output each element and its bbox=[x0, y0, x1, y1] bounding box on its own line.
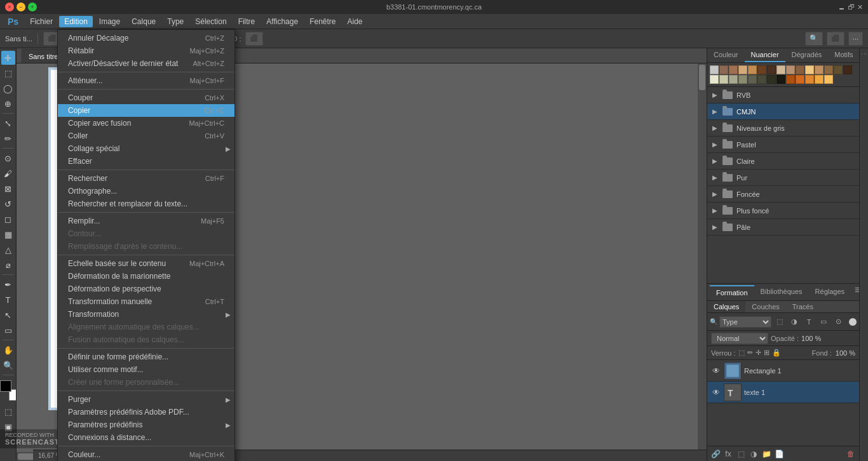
move-tool[interactable]: ✛ bbox=[1, 51, 15, 65]
swatch-28[interactable] bbox=[824, 75, 833, 84]
tab-nuancier[interactable]: Nuancier bbox=[745, 48, 785, 62]
layer-effects-button[interactable]: fx bbox=[722, 448, 734, 460]
hand-tool[interactable]: ✋ bbox=[1, 343, 15, 357]
workspaces-button[interactable]: ⬛ bbox=[827, 32, 844, 46]
menu-purger[interactable]: Purger ▶ bbox=[58, 393, 234, 406]
swatch-1[interactable] bbox=[710, 65, 719, 74]
lasso-tool[interactable]: ◯ bbox=[1, 81, 15, 95]
menu-fichier[interactable]: Fichier bbox=[25, 16, 58, 27]
swatch-22[interactable] bbox=[767, 75, 776, 84]
swatch-4[interactable] bbox=[738, 65, 747, 74]
layer-rectangle1[interactable]: 👁 Rectangle 1 bbox=[707, 360, 859, 382]
tab-degrades[interactable]: Dégradés bbox=[785, 48, 829, 62]
path-select-tool[interactable]: ↖ bbox=[1, 308, 15, 322]
lock-icon-all[interactable]: 🔒 bbox=[772, 349, 781, 357]
close-icon-right[interactable]: ✕ bbox=[857, 3, 863, 11]
group-foncee[interactable]: ▶ Foncée bbox=[707, 186, 859, 203]
menu-image[interactable]: Image bbox=[94, 16, 125, 27]
menu-calque[interactable]: Calque bbox=[126, 16, 161, 27]
menu-copier-fusion[interactable]: Copier avec fusion Maj+Ctrl+C bbox=[58, 117, 234, 130]
swatch-26[interactable] bbox=[805, 75, 814, 84]
menu-filtre[interactable]: Filtre bbox=[233, 16, 261, 27]
menu-annuler[interactable]: Annuler Décalage Ctrl+Z bbox=[58, 32, 234, 44]
menu-affichage[interactable]: Affichage bbox=[261, 16, 303, 27]
menu-utiliser-motif[interactable]: Utiliser comme motif... bbox=[58, 363, 234, 376]
layer-texte1[interactable]: 👁 T texte 1 bbox=[707, 382, 859, 403]
layer-tool-circle[interactable] bbox=[849, 318, 857, 326]
menu-effacer[interactable]: Effacer bbox=[58, 155, 234, 168]
delete-layer-button[interactable]: 🗑 bbox=[845, 448, 857, 460]
group-pur[interactable]: ▶ Pur bbox=[707, 170, 859, 186]
menu-deformation-marionnette[interactable]: Déformation de la marionnette bbox=[58, 270, 234, 283]
sub-tab-traces[interactable]: Tracés bbox=[786, 301, 820, 312]
gradient-tool[interactable]: ▦ bbox=[1, 227, 15, 241]
search-button[interactable]: 🔍 bbox=[805, 32, 823, 46]
group-pale[interactable]: ▶ Pâle bbox=[707, 219, 859, 236]
menu-selection[interactable]: Sélection bbox=[190, 16, 231, 27]
layer-tool-shape[interactable]: ▭ bbox=[817, 316, 830, 328]
menu-coller[interactable]: Coller Ctrl+V bbox=[58, 130, 234, 142]
menu-remplir[interactable]: Remplir... Maj+F5 bbox=[58, 215, 234, 227]
swatch-9[interactable] bbox=[786, 65, 795, 74]
crop-tool[interactable]: ⤡ bbox=[1, 116, 15, 130]
tab-bibliotheques[interactable]: Bibliothèques bbox=[754, 285, 809, 300]
swatch-19[interactable] bbox=[738, 75, 747, 84]
layer-type-select[interactable]: Type bbox=[719, 316, 771, 328]
swatch-21[interactable] bbox=[757, 75, 766, 84]
sub-tab-couches[interactable]: Couches bbox=[745, 301, 785, 312]
menu-edition[interactable]: Edition bbox=[59, 16, 93, 27]
magic-wand-tool[interactable]: ⊕ bbox=[1, 97, 15, 110]
menu-attenuer[interactable]: Atténuer... Maj+Ctrl+F bbox=[58, 74, 234, 87]
menu-deformation-perspective[interactable]: Déformation de perspective bbox=[58, 283, 234, 295]
eyedropper-tool[interactable]: ✏ bbox=[1, 131, 15, 145]
menu-connexions[interactable]: Connexions à distance... bbox=[58, 431, 234, 444]
layer-tool-pixel[interactable]: ⬚ bbox=[773, 316, 786, 328]
add-mask-button[interactable]: ⬚ bbox=[735, 448, 747, 460]
link-layers-button[interactable]: 🔗 bbox=[710, 448, 721, 460]
shape-tool[interactable]: ▭ bbox=[1, 323, 15, 337]
pen-tool[interactable]: ✒ bbox=[1, 277, 15, 291]
menu-collage-special[interactable]: Collage spécial ▶ bbox=[58, 142, 234, 155]
swatch-20[interactable] bbox=[748, 75, 757, 84]
tab-formation[interactable]: Formation bbox=[710, 285, 754, 300]
dodge-tool[interactable]: ⌀ bbox=[1, 258, 15, 272]
menu-aide[interactable]: Aide bbox=[342, 16, 367, 27]
quick-mask-tool[interactable]: ⬚ bbox=[1, 404, 15, 418]
spot-heal-tool[interactable]: ⊙ bbox=[1, 151, 15, 165]
menu-rechercher[interactable]: Rechercher Ctrl+F bbox=[58, 172, 234, 185]
swatch-24[interactable] bbox=[786, 75, 795, 84]
vertical-scrollbar[interactable] bbox=[698, 63, 707, 452]
group-pastel[interactable]: ▶ Pastel bbox=[707, 137, 859, 153]
text-tool[interactable]: T bbox=[1, 293, 15, 307]
blend-mode-select[interactable]: Normal bbox=[711, 333, 768, 344]
brush-tool[interactable]: 🖌 bbox=[1, 166, 15, 180]
menu-transformation[interactable]: Transformation ▶ bbox=[58, 308, 234, 321]
add-adjustment-button[interactable]: ◑ bbox=[748, 448, 759, 460]
tab-couleur[interactable]: Couleur bbox=[707, 48, 745, 62]
sub-tab-calques[interactable]: Calques bbox=[707, 301, 745, 312]
history-brush-tool[interactable]: ↺ bbox=[1, 197, 15, 211]
layer-tool-text[interactable]: T bbox=[803, 316, 815, 328]
menu-echelle[interactable]: Echelle basée sur le contenu Maj+Ctrl+A bbox=[58, 257, 234, 270]
blur-tool[interactable]: △ bbox=[1, 243, 15, 257]
lock-icon-transparent[interactable]: ⬚ bbox=[738, 349, 745, 357]
swatch-18[interactable] bbox=[729, 75, 738, 84]
eraser-tool[interactable]: ◻ bbox=[1, 212, 15, 226]
swatch-3[interactable] bbox=[729, 65, 738, 74]
group-cmjn[interactable]: ▶ CMJN bbox=[707, 104, 859, 120]
new-layer-button[interactable]: 📄 bbox=[773, 448, 785, 460]
group-claire[interactable]: ▶ Claire bbox=[707, 153, 859, 170]
close-button[interactable]: × bbox=[5, 3, 14, 11]
swatch-16[interactable] bbox=[710, 75, 719, 84]
eye-icon-rectangle1[interactable]: 👁 bbox=[711, 366, 721, 376]
swatch-6[interactable] bbox=[757, 65, 766, 74]
menu-couper[interactable]: Couper Ctrl+X bbox=[58, 91, 234, 104]
menu-transformation-manuelle[interactable]: Transformation manuelle Ctrl+T bbox=[58, 295, 234, 308]
menu-retablir[interactable]: Rétablir Maj+Ctrl+Z bbox=[58, 44, 234, 57]
select-rect-tool[interactable]: ⬚ bbox=[1, 66, 15, 80]
foreground-color[interactable] bbox=[0, 380, 11, 392]
swatch-13[interactable] bbox=[824, 65, 833, 74]
swatch-25[interactable] bbox=[796, 75, 804, 84]
swatch-5[interactable] bbox=[748, 65, 757, 74]
menu-rechercher-remplacer[interactable]: Rechercher et remplacer du texte... bbox=[58, 197, 234, 210]
